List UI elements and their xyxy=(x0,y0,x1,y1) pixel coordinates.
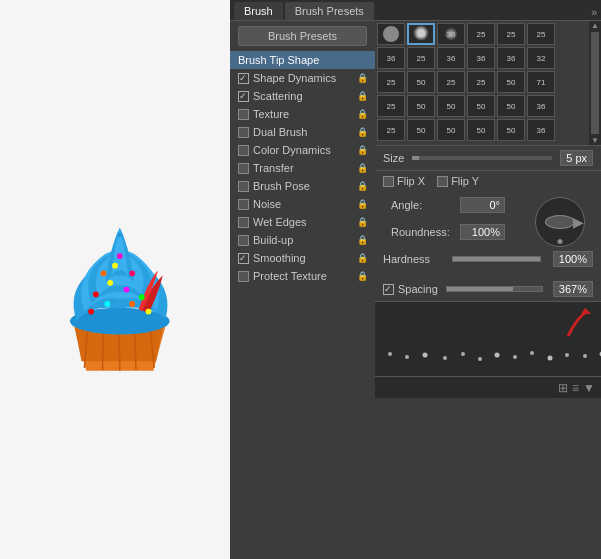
brush-thumb[interactable]: 50 xyxy=(497,71,525,93)
flip-y-button[interactable]: Flip Y xyxy=(437,175,479,187)
flip-x-checkbox[interactable] xyxy=(383,176,394,187)
checkbox-protect-texture[interactable] xyxy=(238,271,249,282)
checkbox-brush-pose[interactable] xyxy=(238,181,249,192)
flip-x-button[interactable]: Flip X xyxy=(383,175,425,187)
brush-thumb[interactable]: 25 xyxy=(377,95,405,117)
brush-thumb[interactable]: 71 xyxy=(527,71,555,93)
menu-item-build-up[interactable]: Build-up 🔒 xyxy=(230,231,375,249)
brush-presets-button[interactable]: Brush Presets xyxy=(238,26,367,46)
brush-thumb[interactable]: 50 xyxy=(407,71,435,93)
brush-thumb[interactable]: 25 xyxy=(407,47,435,69)
flip-x-label: Flip X xyxy=(397,175,425,187)
menu-item-label: Brush Tip Shape xyxy=(238,54,319,66)
brush-thumb[interactable]: 50 xyxy=(437,119,465,141)
brush-thumb[interactable]: 30 xyxy=(437,23,465,45)
checkbox-transfer[interactable] xyxy=(238,163,249,174)
svg-point-20 xyxy=(423,353,428,358)
brush-thumb[interactable]: 36 xyxy=(527,95,555,117)
flip-y-checkbox[interactable] xyxy=(437,176,448,187)
svg-point-21 xyxy=(443,356,447,360)
item-left: Dual Brush xyxy=(238,126,307,138)
right-panel: Brush Brush Presets » Brush Presets Brus… xyxy=(230,0,601,559)
menu-item-color-dynamics[interactable]: Color Dynamics 🔒 xyxy=(230,141,375,159)
menu-item-transfer[interactable]: Transfer 🔒 xyxy=(230,159,375,177)
hardness-slider[interactable] xyxy=(452,256,541,262)
checkbox-noise[interactable] xyxy=(238,199,249,210)
menu-item-texture[interactable]: Texture 🔒 xyxy=(230,105,375,123)
menu-item-smoothing[interactable]: Smoothing 🔒 xyxy=(230,249,375,267)
brush-thumb-selected[interactable]: 30 xyxy=(407,23,435,45)
svg-point-7 xyxy=(107,280,113,286)
checkbox-shape-dynamics[interactable] xyxy=(238,73,249,84)
flip-y-label: Flip Y xyxy=(451,175,479,187)
brush-thumb[interactable]: 25 xyxy=(497,23,525,45)
brush-thumb[interactable]: 50 xyxy=(497,119,525,141)
thumbnails-scrollbar[interactable]: ▲ ▼ xyxy=(589,21,601,145)
menu-item-scattering[interactable]: Scattering 🔒 xyxy=(230,87,375,105)
brush-thumb[interactable]: 50 xyxy=(407,95,435,117)
brush-thumb[interactable]: 25 xyxy=(377,71,405,93)
brush-thumb[interactable]: 50 xyxy=(467,119,495,141)
brush-thumb[interactable]: 25 xyxy=(467,71,495,93)
roundness-input[interactable] xyxy=(460,224,505,240)
spacing-checkbox[interactable] xyxy=(383,284,394,295)
brush-thumb[interactable]: 36 xyxy=(497,47,525,69)
size-value[interactable]: 5 px xyxy=(560,150,593,166)
menu-item-wet-edges[interactable]: Wet Edges 🔒 xyxy=(230,213,375,231)
brush-thumb[interactable]: 50 xyxy=(437,95,465,117)
thumb-row-2: 36 25 36 36 36 32 xyxy=(377,47,599,69)
brush-thumb[interactable]: 32 xyxy=(527,47,555,69)
hardness-value: 100% xyxy=(553,251,593,267)
menu-item-protect-texture[interactable]: Protect Texture 🔒 xyxy=(230,267,375,285)
brush-thumb[interactable]: 36 xyxy=(377,47,405,69)
label-dual-brush: Dual Brush xyxy=(253,126,307,138)
brush-thumb[interactable]: 25 xyxy=(527,23,555,45)
svg-point-29 xyxy=(583,354,587,358)
brush-thumb[interactable]: 50 xyxy=(497,95,525,117)
angle-circle[interactable]: ▶ xyxy=(535,197,585,247)
checkbox-texture[interactable] xyxy=(238,109,249,120)
svg-point-10 xyxy=(101,270,107,276)
menu-icon[interactable]: ▼ xyxy=(583,381,595,395)
thumb-row-3: 25 50 25 25 50 71 xyxy=(377,71,599,93)
checkbox-scattering[interactable] xyxy=(238,91,249,102)
lock-icon-transfer: 🔒 xyxy=(357,163,367,173)
menu-item-noise[interactable]: Noise 🔒 xyxy=(230,195,375,213)
checkbox-color-dynamics[interactable] xyxy=(238,145,249,156)
brush-thumb[interactable]: 50 xyxy=(467,95,495,117)
brush-thumb[interactable]: 25 xyxy=(377,119,405,141)
cupcake-svg xyxy=(15,170,215,390)
spacing-slider[interactable] xyxy=(446,286,543,292)
list-icon[interactable]: ≡ xyxy=(572,381,579,395)
angle-fields: Angle: Roundness: xyxy=(391,197,527,246)
brush-thumb[interactable]: 30 xyxy=(377,23,405,45)
item-left: Color Dynamics xyxy=(238,144,331,156)
angle-input[interactable] xyxy=(460,197,505,213)
item-left: Transfer xyxy=(238,162,294,174)
brush-thumb[interactable]: 36 xyxy=(527,119,555,141)
svg-point-26 xyxy=(530,351,534,355)
checkbox-build-up[interactable] xyxy=(238,235,249,246)
brush-thumb[interactable]: 50 xyxy=(407,119,435,141)
brush-thumb[interactable]: 25 xyxy=(467,23,495,45)
menu-item-brush-tip-shape[interactable]: Brush Tip Shape xyxy=(230,51,375,69)
brush-thumb[interactable]: 36 xyxy=(467,47,495,69)
brush-thumb[interactable]: 36 xyxy=(437,47,465,69)
tab-brush-presets[interactable]: Brush Presets xyxy=(285,2,374,20)
grid-icon[interactable]: ⊞ xyxy=(558,381,568,395)
double-arrow-icon[interactable]: » xyxy=(591,7,597,18)
brush-preview-area xyxy=(375,301,601,376)
size-slider-track[interactable] xyxy=(412,156,552,160)
canvas-area xyxy=(0,0,230,559)
svg-point-18 xyxy=(388,352,392,356)
checkbox-dual-brush[interactable] xyxy=(238,127,249,138)
menu-item-shape-dynamics[interactable]: Shape Dynamics 🔒 xyxy=(230,69,375,87)
menu-item-brush-pose[interactable]: Brush Pose 🔒 xyxy=(230,177,375,195)
checkbox-smoothing[interactable] xyxy=(238,253,249,264)
tab-brush[interactable]: Brush xyxy=(234,2,283,20)
angle-circle-wrap: ▶ xyxy=(535,197,585,247)
checkbox-wet-edges[interactable] xyxy=(238,217,249,228)
brush-thumb[interactable]: 25 xyxy=(437,71,465,93)
menu-item-dual-brush[interactable]: Dual Brush 🔒 xyxy=(230,123,375,141)
tabs-icons: » xyxy=(591,7,597,20)
